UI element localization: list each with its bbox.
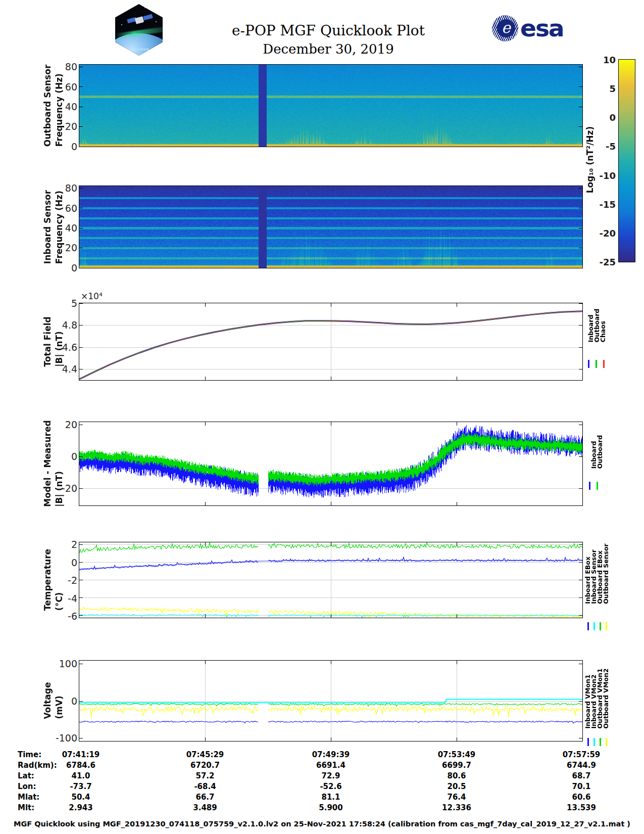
- legend-color-line: [593, 738, 595, 746]
- legend-color-line: [589, 482, 590, 490]
- ephemeris-value: 6744.9: [567, 761, 596, 770]
- colorbar-tick: 5: [609, 83, 616, 94]
- legend-label: Outboard Sensor: [602, 543, 608, 604]
- ytick: 60: [65, 81, 77, 92]
- ytick: 80: [65, 182, 77, 194]
- ylabel-line: Outboard Sensor: [42, 65, 53, 147]
- ytick: 4.4: [62, 363, 77, 375]
- total-field-legend-lines: [588, 360, 605, 368]
- temperature-legend-lines: [587, 622, 607, 630]
- temperature-ylabel: Temperature (°C): [33, 549, 73, 611]
- ytick: 40: [65, 222, 77, 234]
- ephemeris-value: -68.4: [194, 782, 216, 791]
- esa-wordmark: esa: [520, 14, 564, 42]
- ephemeris-value: 20.5: [447, 782, 466, 791]
- page-subtitle-date: December 30, 2019: [13, 41, 644, 57]
- ephemeris-value: 60.6: [572, 793, 590, 802]
- ephemeris-value: 07:49:39: [312, 750, 350, 759]
- ephemeris-value: 57.2: [195, 771, 214, 780]
- ephemeris-value: 07:57:59: [563, 750, 601, 759]
- temperature-plot: [79, 542, 583, 618]
- legend-label: Inboard EBox: [584, 543, 590, 604]
- legend-color-line: [587, 738, 589, 746]
- voltage-plot: [79, 660, 583, 742]
- quicklook-figure: { "header": { "title": "e-POP MGF Quickl…: [0, 0, 644, 834]
- ephemeris-value: 41.0: [71, 771, 90, 780]
- ephemeris-value: 81.1: [321, 793, 340, 802]
- ytick: 4.8: [62, 319, 77, 331]
- legend-color-line: [587, 622, 589, 630]
- ephemeris-value: 6720.7: [190, 761, 220, 770]
- colorbar: [618, 59, 635, 262]
- ephemeris-row: Lon:-73.7-68.4-52.620.570.1: [0, 782, 644, 791]
- ytick: -4: [68, 593, 77, 604]
- ytick: 0: [71, 557, 77, 568]
- legend-label: Chaos: [599, 309, 605, 343]
- colorbar-tick: -10: [599, 170, 616, 181]
- y-axis-exponent: ×10⁴: [81, 291, 103, 301]
- legend-color-line: [593, 622, 595, 630]
- outboard-spectrogram-plot: [79, 64, 583, 147]
- ephemeris-row: Time:07:41:1907:45:2907:49:3907:53:4907:…: [0, 750, 644, 759]
- ephemeris-row: Rad(km):6784.66720.76691.46699.76744.9: [0, 761, 644, 770]
- colorbar-axis-label: Log₁₀ (nT²/Hz): [585, 126, 595, 196]
- esa-globe-icon: e: [492, 15, 518, 41]
- ytick: 4.6: [62, 342, 77, 353]
- ephemeris-row: Lat:41.057.272.980.668.7: [0, 771, 644, 780]
- ytick: -2: [68, 575, 77, 586]
- legend-label: Inboard: [590, 435, 596, 469]
- ytick: 2: [71, 539, 77, 550]
- model-measured-legend: InboardOutboard: [581, 435, 611, 469]
- ytick: 40: [65, 101, 77, 112]
- ytick: 5: [71, 298, 77, 309]
- ephemeris-value: -52.6: [320, 782, 341, 791]
- colorbar-tick: -20: [599, 228, 616, 239]
- total-field-legend: InboardOutboardChaos: [581, 309, 611, 343]
- legend-color-line: [596, 360, 597, 368]
- ephemeris-value: 6784.6: [66, 761, 95, 770]
- ylabel-line: Frequency (Hz): [54, 65, 64, 147]
- colorbar-tick: -25: [599, 257, 616, 267]
- ytick: -6: [68, 611, 77, 622]
- ytick: 0: [71, 696, 77, 707]
- ylabel-line: Voltage: [42, 682, 53, 719]
- legend-color-line: [588, 360, 589, 368]
- ephemeris-value: 50.4: [71, 793, 90, 802]
- ephemeris-value: 07:53:49: [438, 750, 476, 759]
- legend-color-line: [606, 738, 607, 746]
- ephemeris-row-label: Rad(km):: [18, 761, 57, 770]
- ephemeris-value: 12.336: [442, 803, 471, 812]
- ytick: 60: [65, 203, 77, 214]
- ephemeris-value: 2.943: [69, 803, 92, 812]
- voltage-legend: Inboard VMon1Inboard VMon2Outboard VMon1…: [581, 668, 611, 728]
- footer-processing-note: MGF Quicklook using MGF_20191230_074118_…: [10, 820, 634, 828]
- ephemeris-value: 13.539: [567, 803, 596, 812]
- ytick: 0: [71, 451, 77, 462]
- temperature-legend: Inboard EBoxInboard SensorOutboard EBoxO…: [581, 543, 611, 604]
- legend-label: Outboard: [593, 309, 599, 343]
- ephemeris-value: 6699.7: [442, 761, 471, 770]
- ytick: 20: [65, 121, 77, 132]
- ephemeris-row-label: Lon:: [18, 782, 36, 791]
- legend-color-line: [606, 622, 607, 630]
- ephemeris-value: 5.900: [319, 803, 342, 812]
- colorbar-tick: 0: [609, 112, 616, 123]
- legend-color-line: [600, 738, 601, 746]
- colorbar-tick: -15: [599, 199, 616, 210]
- ephemeris-row: Mlt:2.9433.4895.90012.33613.539: [0, 803, 644, 812]
- ytick: 20: [65, 242, 77, 253]
- inboard-spectrogram-plot: [79, 186, 583, 268]
- ylabel-line: (mV): [54, 682, 64, 719]
- ephemeris-value: 80.6: [447, 771, 466, 780]
- legend-label: Outboard: [596, 435, 602, 469]
- ylabel-line: (°C): [54, 549, 64, 611]
- ephemeris-value: 70.1: [572, 782, 590, 791]
- ephemeris-value: 07:45:29: [186, 750, 224, 759]
- legend-label: Outboard EBox: [596, 543, 602, 604]
- ephemeris-value: 3.489: [193, 803, 217, 812]
- ylabel-line: Temperature: [42, 549, 53, 611]
- ylabel-line: Total Field: [42, 316, 53, 366]
- ytick: 20: [65, 419, 77, 430]
- ephemeris-row-label: Lat:: [18, 771, 34, 780]
- ephemeris-value: 6691.4: [316, 761, 345, 770]
